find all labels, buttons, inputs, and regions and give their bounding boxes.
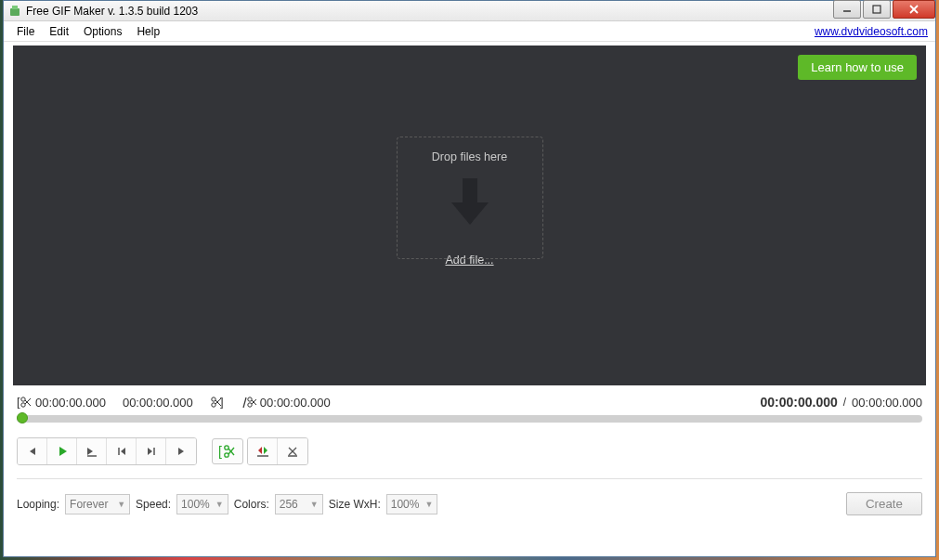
current-time: 00:00:00.000 [760, 395, 837, 410]
svg-rect-6 [463, 178, 477, 202]
slider-track[interactable] [17, 415, 922, 423]
mark-in-button[interactable] [248, 438, 278, 464]
svg-marker-37 [258, 447, 262, 454]
drop-label: Drop files here [432, 150, 507, 163]
svg-point-34 [225, 453, 228, 457]
speed-label: Speed: [136, 498, 171, 511]
looping-label: Looping: [17, 498, 59, 511]
trim-selection-button[interactable]: [ [212, 438, 243, 464]
arrow-down-icon [446, 175, 494, 231]
learn-how-button[interactable]: Learn how to use [798, 55, 917, 80]
speed-value: 100% [181, 498, 210, 511]
svg-rect-1 [12, 6, 18, 9]
svg-text:]: ] [220, 396, 224, 409]
svg-point-13 [212, 397, 215, 401]
colors-select[interactable]: 256 ▼ [275, 494, 323, 514]
drop-zone[interactable]: Drop files here [397, 137, 543, 259]
size-label: Size WxH: [329, 498, 381, 511]
colors-label: Colors: [234, 498, 269, 511]
svg-marker-23 [30, 448, 35, 455]
timeline-info: [ 00:00:00.000 00:00:00.000 ] 00:00:00.0… [4, 385, 935, 415]
trim-button-group [247, 437, 308, 465]
menu-options[interactable]: Options [76, 23, 129, 40]
step-forward-button[interactable] [166, 438, 196, 464]
close-button[interactable] [893, 0, 935, 19]
colors-value: 256 [280, 498, 298, 511]
svg-line-36 [228, 448, 234, 454]
timeline-slider[interactable] [4, 415, 935, 430]
scissors-cut-icon [241, 396, 256, 409]
caret-down-icon: ▼ [117, 500, 125, 509]
titlebar: Free GIF Maker v. 1.3.5 build 1203 [4, 1, 935, 21]
menubar: File Edit Options Help www.dvdvideosoft.… [4, 21, 935, 42]
preview-area: Learn how to use Drop files here Add fil… [13, 46, 926, 385]
slider-thumb[interactable] [17, 412, 28, 423]
window-controls [833, 0, 935, 19]
total-time: 00:00:00.000 [852, 396, 922, 410]
svg-text:[: [ [17, 396, 20, 409]
create-button[interactable]: Create [846, 492, 922, 515]
menu-file[interactable]: File [9, 23, 42, 40]
size-value: 100% [391, 498, 420, 511]
maximize-button[interactable] [863, 0, 891, 19]
speed-select[interactable]: 100% ▼ [176, 494, 228, 514]
svg-point-19 [248, 397, 252, 401]
prev-frame-button[interactable] [107, 438, 137, 464]
trim-end-time: 00:00:00.000 [260, 396, 331, 410]
playback-button-group [17, 437, 197, 465]
clear-trim-button[interactable] [278, 438, 307, 464]
window-title: Free GIF Maker v. 1.3.5 build 1203 [26, 5, 198, 18]
svg-point-10 [21, 403, 25, 407]
app-window: Free GIF Maker v. 1.3.5 build 1203 File … [3, 0, 936, 557]
website-link[interactable]: www.dvdvideosoft.com [815, 25, 930, 38]
app-icon [7, 4, 22, 19]
svg-marker-29 [148, 448, 152, 455]
caret-down-icon: ▼ [424, 500, 433, 509]
trim-start-icon: [ [17, 396, 32, 409]
svg-point-14 [212, 403, 215, 407]
next-frame-button[interactable] [137, 438, 166, 464]
svg-point-20 [248, 403, 252, 407]
settings-bar: Looping: Forever ▼ Speed: 100% ▼ Colors:… [4, 479, 935, 525]
caret-down-icon: ▼ [215, 500, 224, 509]
trim-start-time: 00:00:00.000 [35, 396, 106, 410]
svg-point-33 [225, 446, 228, 449]
svg-marker-31 [178, 448, 184, 455]
svg-line-22 [252, 399, 256, 404]
trim-duration: 00:00:00.000 [123, 396, 193, 410]
svg-line-35 [228, 449, 234, 455]
svg-rect-3 [873, 6, 880, 13]
svg-text:[: [ [218, 444, 222, 459]
caret-down-icon: ▼ [310, 500, 319, 509]
minimize-button[interactable] [833, 0, 861, 19]
svg-line-21 [252, 400, 256, 405]
step-back-button[interactable] [18, 438, 47, 464]
looping-value: Forever [70, 498, 108, 511]
scissors-end-icon: ] [210, 396, 225, 409]
svg-marker-7 [451, 202, 489, 225]
time-separator: / [843, 396, 846, 409]
svg-rect-0 [10, 8, 20, 16]
looping-select[interactable]: Forever ▼ [65, 494, 130, 514]
svg-marker-24 [59, 447, 67, 456]
play-button[interactable] [47, 438, 77, 464]
svg-line-18 [243, 397, 246, 408]
playback-controls: [ [4, 430, 935, 473]
svg-marker-25 [87, 448, 93, 455]
svg-marker-38 [264, 447, 267, 454]
menu-help[interactable]: Help [129, 23, 167, 40]
svg-point-9 [21, 397, 25, 401]
play-to-end-button[interactable] [77, 438, 107, 464]
menu-edit[interactable]: Edit [42, 23, 76, 40]
size-select[interactable]: 100% ▼ [386, 494, 438, 514]
svg-marker-28 [121, 448, 125, 455]
